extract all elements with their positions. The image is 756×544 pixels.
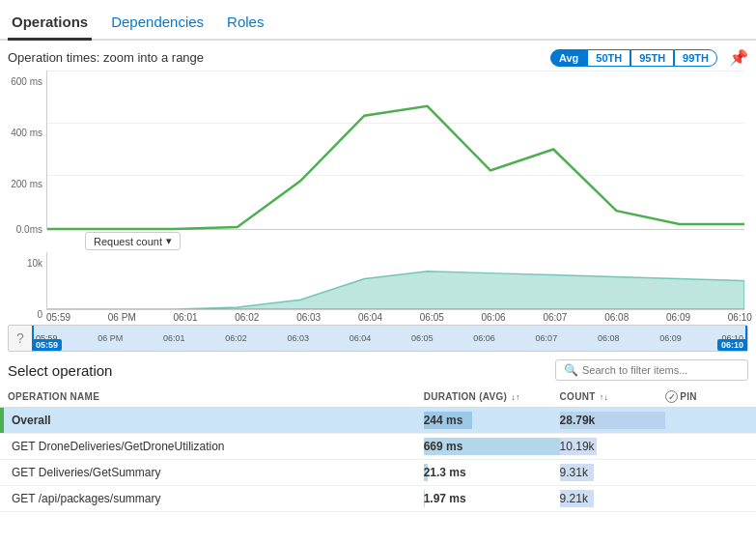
pct-99th[interactable]: 99TH bbox=[674, 49, 717, 67]
cell-duration: 669 ms bbox=[416, 434, 552, 460]
dropdown-chevron-icon: ▾ bbox=[166, 235, 172, 247]
cell-name: GET /api/packages/summary bbox=[0, 486, 416, 512]
cell-name: GET DroneDeliveries/GetDroneUtilization bbox=[0, 434, 416, 460]
pct-avg[interactable]: Avg bbox=[550, 49, 587, 67]
pin-chart-icon[interactable]: 📌 bbox=[729, 48, 748, 67]
cell-duration: 21.3 ms bbox=[416, 460, 552, 486]
time-label-0: 05:59 bbox=[46, 312, 70, 323]
time-axis: 05:59 06 PM 06:01 06:02 06:03 06:04 06:0… bbox=[46, 310, 752, 323]
table-row[interactable]: GET Deliveries/GetSummary21.3 ms9.31k bbox=[0, 460, 756, 486]
time-label-4: 06:03 bbox=[296, 312, 321, 323]
y-axis: 600 ms 400 ms 200 ms 0.0ms bbox=[8, 71, 46, 230]
time-label-2: 06:01 bbox=[174, 312, 198, 323]
count-value: 28.79k bbox=[560, 414, 596, 427]
cell-count: 9.31k bbox=[552, 460, 658, 486]
tab-operations[interactable]: Operations bbox=[8, 8, 92, 41]
cell-pin bbox=[658, 408, 756, 434]
cell-count: 9.21k bbox=[552, 486, 658, 512]
line-chart-container: 600 ms 400 ms 200 ms 0.0ms bbox=[0, 71, 756, 230]
cell-pin bbox=[658, 486, 756, 512]
range-time-7: 06:06 bbox=[473, 333, 495, 343]
search-icon: 🔍 bbox=[564, 363, 578, 377]
col-header-pin: ✓ PIN bbox=[658, 387, 756, 408]
table-header-row: OPERATION NAME DURATION (AVG) ↓↑ COUNT ↑… bbox=[0, 387, 756, 408]
percentile-group: Avg 50TH 95TH 99TH bbox=[550, 49, 717, 67]
col-header-duration[interactable]: DURATION (AVG) ↓↑ bbox=[416, 387, 552, 408]
tab-roles[interactable]: Roles bbox=[223, 8, 267, 41]
operations-table: OPERATION NAME DURATION (AVG) ↓↑ COUNT ↑… bbox=[0, 387, 756, 512]
time-label-7: 06:06 bbox=[482, 312, 506, 323]
range-inner: 05:59 06 PM 06:01 06:02 06:03 06:04 06:0… bbox=[32, 326, 747, 351]
search-input[interactable] bbox=[582, 364, 740, 376]
count-value: 10.19k bbox=[560, 440, 595, 453]
select-operation-title: Select operation bbox=[8, 362, 112, 379]
cell-count: 10.19k bbox=[552, 434, 658, 460]
range-selector[interactable]: ? 05:59 06 PM 06:01 06:02 06:03 06:04 06… bbox=[8, 325, 748, 352]
count-value: 9.31k bbox=[560, 466, 588, 479]
select-operation-header: Select operation 🔍 bbox=[0, 352, 756, 387]
pct-50th[interactable]: 50TH bbox=[587, 49, 630, 67]
request-count-dropdown[interactable]: Request count ▾ bbox=[85, 232, 181, 250]
time-label-11: 06:10 bbox=[728, 312, 752, 323]
range-end-badge: 06:10 bbox=[717, 339, 747, 351]
range-time-10: 06:09 bbox=[659, 333, 682, 343]
table-row[interactable]: Overall244 ms28.79k bbox=[0, 408, 756, 434]
bar-y-10k: 10k bbox=[27, 258, 42, 269]
cell-name: GET Deliveries/GetSummary bbox=[0, 460, 416, 486]
tab-bar: Operations Dependencies Roles bbox=[0, 0, 756, 41]
count-value: 9.21k bbox=[560, 492, 588, 505]
line-chart-area bbox=[46, 71, 744, 230]
y-label-600: 600 ms bbox=[11, 76, 42, 87]
range-help-icon[interactable]: ? bbox=[16, 330, 24, 346]
cell-pin bbox=[658, 460, 756, 486]
bar-chart-svg bbox=[47, 252, 744, 309]
duration-sort-icon: ↓↑ bbox=[511, 392, 520, 402]
y-label-200: 200 ms bbox=[11, 178, 42, 188]
y-label-400: 400 ms bbox=[11, 127, 42, 137]
time-label-1: 06 PM bbox=[108, 312, 136, 323]
bar-area-polygon bbox=[47, 272, 744, 309]
pct-95th[interactable]: 95TH bbox=[630, 49, 674, 67]
range-time-5: 06:04 bbox=[350, 333, 372, 343]
request-count-area: Request count ▾ 10k 0 bbox=[0, 232, 756, 310]
table-row[interactable]: GET DroneDeliveries/GetDroneUtilization6… bbox=[0, 434, 756, 460]
range-time-9: 06:08 bbox=[598, 333, 620, 343]
time-label-3: 06:02 bbox=[235, 312, 259, 323]
col-header-name: OPERATION NAME bbox=[0, 387, 416, 408]
duration-value: 1.97 ms bbox=[424, 492, 466, 505]
cell-duration: 244 ms bbox=[416, 408, 552, 434]
duration-value: 244 ms bbox=[424, 414, 463, 427]
range-time-8: 06:07 bbox=[536, 333, 558, 343]
cell-name: Overall bbox=[0, 408, 416, 434]
request-count-label: Request count bbox=[94, 236, 162, 247]
bar-y-0: 0 bbox=[37, 308, 42, 319]
range-time-6: 06:05 bbox=[411, 333, 434, 343]
range-start-badge: 05:59 bbox=[32, 339, 62, 351]
range-time-4: 06:03 bbox=[288, 333, 310, 343]
time-label-6: 06:05 bbox=[420, 312, 444, 323]
cell-pin bbox=[658, 434, 756, 460]
table-row[interactable]: GET /api/packages/summary1.97 ms9.21k bbox=[0, 486, 756, 512]
range-time-3: 06:02 bbox=[225, 333, 247, 343]
green-indicator-bar bbox=[0, 408, 4, 433]
time-label-8: 06:07 bbox=[543, 312, 567, 323]
duration-value: 21.3 ms bbox=[424, 466, 466, 479]
line-chart-svg bbox=[47, 71, 744, 229]
tab-dependencies[interactable]: Dependencies bbox=[107, 8, 208, 41]
cell-count: 28.79k bbox=[552, 408, 658, 434]
range-time-1: 06 PM bbox=[98, 333, 123, 343]
time-label-10: 06:09 bbox=[666, 312, 690, 323]
bar-y-axis: 10k 0 bbox=[8, 252, 46, 310]
chart-title: Operation times: zoom into a range bbox=[8, 50, 204, 65]
search-box[interactable]: 🔍 bbox=[555, 359, 748, 381]
check-circle-icon: ✓ bbox=[665, 390, 678, 403]
time-label-5: 06:04 bbox=[358, 312, 382, 323]
time-label-9: 06:08 bbox=[604, 312, 629, 323]
count-sort-icon: ↑↓ bbox=[600, 392, 609, 402]
chart-header: Operation times: zoom into a range Avg 5… bbox=[0, 41, 756, 71]
cell-duration: 1.97 ms bbox=[416, 486, 552, 512]
col-header-count[interactable]: COUNT ↑↓ bbox=[552, 387, 658, 408]
line-chart-polyline bbox=[47, 106, 744, 229]
range-time-2: 06:01 bbox=[163, 333, 185, 343]
duration-value: 669 ms bbox=[424, 440, 463, 453]
